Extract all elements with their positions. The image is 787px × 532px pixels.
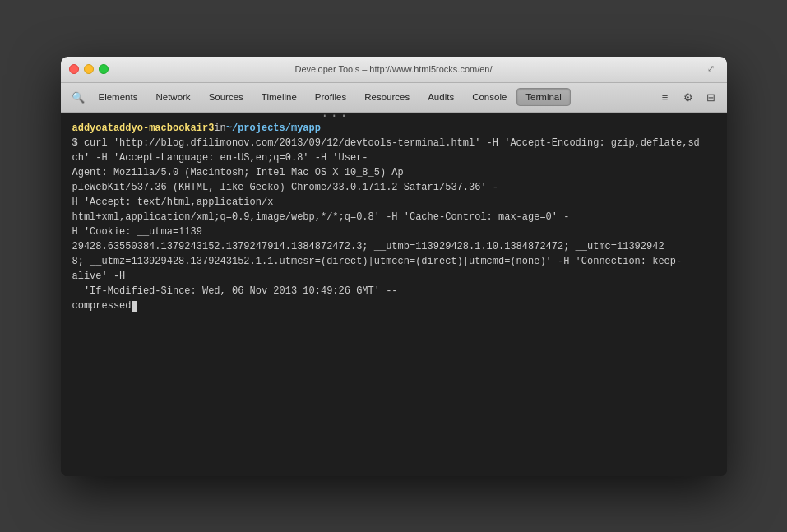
- prompt-host: addyo-macbookair3: [113, 121, 214, 136]
- terminal-area[interactable]: addyo at addyo-macbookair3 in ~/projects…: [61, 113, 727, 476]
- terminal-cursor: [132, 301, 137, 312]
- prompt-at: at: [102, 121, 113, 136]
- prompt-user: addyo: [72, 121, 102, 136]
- minimize-button[interactable]: [84, 64, 94, 74]
- devtools-window: Developer Tools – http://www.html5rocks.…: [61, 57, 727, 476]
- traffic-lights: [69, 64, 109, 74]
- terminal-dots: ···: [321, 113, 350, 136]
- nav-elements[interactable]: Elements: [90, 89, 146, 105]
- nav-terminal[interactable]: Terminal: [516, 88, 570, 106]
- list-icon[interactable]: ≡: [656, 88, 674, 106]
- window-title: Developer Tools – http://www.html5rocks.…: [294, 64, 492, 74]
- toolbar-right-icons: ≡ ⚙ ⊟: [656, 88, 720, 106]
- toolbar: 🔍 Elements Network Sources Timeline Prof…: [61, 83, 727, 113]
- nav-resources[interactable]: Resources: [356, 89, 418, 105]
- expand-icon[interactable]: ⤢: [707, 63, 719, 75]
- close-button[interactable]: [69, 64, 79, 74]
- nav-console[interactable]: Console: [464, 89, 515, 105]
- nav-timeline[interactable]: Timeline: [253, 89, 305, 105]
- nav-network[interactable]: Network: [147, 89, 198, 105]
- search-icon: 🔍: [72, 91, 85, 104]
- prompt-in: in: [214, 121, 225, 136]
- nav-sources[interactable]: Sources: [201, 89, 252, 105]
- prompt-line: addyo at addyo-macbookair3 in ~/projects…: [72, 121, 715, 136]
- settings-icon[interactable]: ⚙: [679, 88, 697, 106]
- terminal-output: $ curl 'http://blog.dfilimonov.com/2013/…: [72, 136, 715, 313]
- title-bar: Developer Tools – http://www.html5rocks.…: [61, 57, 727, 83]
- nav-audits[interactable]: Audits: [419, 89, 462, 105]
- nav-profiles[interactable]: Profiles: [307, 89, 354, 105]
- maximize-button[interactable]: [99, 64, 109, 74]
- layout-icon[interactable]: ⊟: [702, 88, 720, 106]
- prompt-path: ~/projects/myapp: [226, 121, 321, 136]
- search-button[interactable]: 🔍: [67, 86, 89, 108]
